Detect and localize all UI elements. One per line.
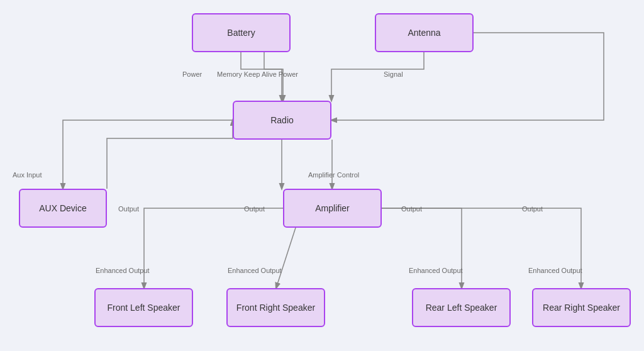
node-rear-right: Rear Right Speaker: [532, 288, 631, 327]
label-enhanced-3: Enhanced Output: [409, 267, 463, 274]
label-enhanced-1: Enhanced Output: [96, 267, 150, 274]
label-aux-input: Aux Input: [13, 171, 42, 179]
label-output-3: Output: [401, 205, 422, 213]
label-memory-power: Memory Keep Alive Power: [217, 70, 298, 78]
label-enhanced-4: Enhanced Output: [528, 267, 582, 274]
node-antenna: Antenna: [375, 13, 474, 52]
label-output-1: Output: [118, 205, 139, 213]
label-power: Power: [182, 70, 202, 78]
node-rear-left: Rear Left Speaker: [412, 288, 511, 327]
node-front-left: Front Left Speaker: [94, 288, 193, 327]
label-signal: Signal: [384, 70, 403, 78]
label-output-2: Output: [244, 205, 265, 213]
node-radio: Radio: [233, 101, 331, 140]
node-front-right: Front Right Speaker: [226, 288, 325, 327]
label-amp-control: Amplifier Control: [308, 171, 359, 179]
label-output-4: Output: [522, 205, 543, 213]
node-battery: Battery: [192, 13, 291, 52]
diagram-container: Power Memory Keep Alive Power Signal Aux…: [0, 0, 644, 351]
node-amplifier: Amplifier: [283, 189, 382, 228]
node-aux-device: AUX Device: [19, 189, 107, 228]
label-enhanced-2: Enhanced Output: [228, 267, 282, 274]
